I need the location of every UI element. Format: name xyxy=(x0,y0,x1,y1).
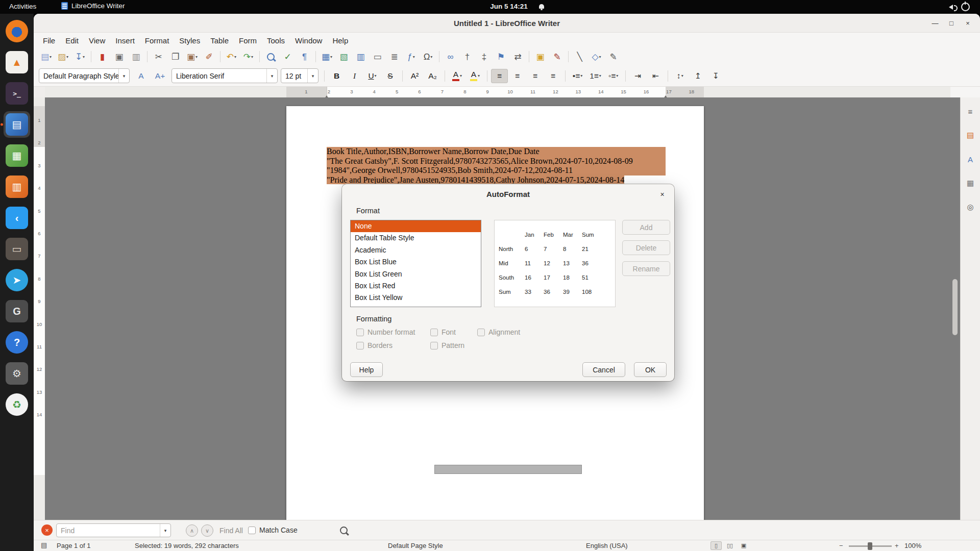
system-tray[interactable] xyxy=(946,0,970,14)
cancel-button[interactable]: Cancel xyxy=(582,362,625,377)
format-option-none[interactable]: None xyxy=(351,220,481,232)
new-style[interactable]: A+ xyxy=(152,69,168,83)
gallery-deck-icon[interactable]: ▦ xyxy=(964,177,977,190)
sidebar-settings-icon[interactable]: ≡ xyxy=(964,105,977,118)
format-option-box-list-blue[interactable]: Box List Blue xyxy=(351,256,481,268)
format-option-academic[interactable]: Academic xyxy=(351,244,481,256)
draw-functions[interactable]: ✎ xyxy=(605,49,622,64)
font-size-combo[interactable]: 12 pt ▾ xyxy=(281,68,318,83)
bookmark[interactable]: ⚑ xyxy=(493,49,509,64)
line-spacing[interactable]: ↕▾ xyxy=(672,69,689,83)
checkbox-font[interactable]: Font xyxy=(430,328,477,336)
word-count[interactable]: Selected: 19 words, 292 characters xyxy=(135,542,239,549)
dock-item-app-grid[interactable] xyxy=(4,519,30,546)
decrease-indent[interactable]: ⇤ xyxy=(647,69,664,83)
align-left[interactable]: ≡ xyxy=(491,69,508,83)
menu-insert[interactable]: Insert xyxy=(110,35,140,46)
insert-image[interactable]: ▧ xyxy=(335,49,352,64)
minimize-button[interactable]: — xyxy=(929,17,941,30)
font-color[interactable]: A▾ xyxy=(449,69,465,83)
checkbox-borders[interactable]: Borders xyxy=(356,341,430,349)
formatting-marks[interactable]: ¶ xyxy=(296,49,313,64)
dock-item-libreoffice-calc[interactable]: ▦ xyxy=(4,142,30,169)
insert-table[interactable]: ▦▾ xyxy=(318,49,335,64)
strikethrough[interactable]: S xyxy=(382,69,399,83)
close-button[interactable]: × xyxy=(962,17,974,30)
rename-button[interactable]: Rename xyxy=(622,261,670,276)
delete-button[interactable]: Delete xyxy=(622,240,670,255)
print-preview[interactable]: ▥ xyxy=(128,49,144,64)
find-close-button[interactable]: × xyxy=(41,524,53,536)
document-text[interactable]: Book Title,Author,ISBN,Borrower Name,Bor… xyxy=(327,147,666,185)
ruler-vertical[interactable]: 1234567891011121314 xyxy=(34,97,45,520)
find-and-replace-icon[interactable] xyxy=(340,527,348,534)
special-character[interactable]: Ω▾ xyxy=(420,49,436,64)
scrollbar-thumb[interactable] xyxy=(952,279,958,335)
ordered-list[interactable]: 1≡▾ xyxy=(587,69,604,83)
paste[interactable]: ▣▾ xyxy=(184,49,201,64)
endnote[interactable]: ‡ xyxy=(476,49,493,64)
update-style[interactable]: A xyxy=(133,69,150,83)
paragraph-spacing-decrease[interactable]: ↧ xyxy=(707,69,724,83)
spelling[interactable]: ✓ xyxy=(279,49,296,64)
insert-text-box[interactable]: ▭ xyxy=(369,49,386,64)
align-justify[interactable]: ≡ xyxy=(545,69,561,83)
dock-item-chat-app[interactable]: ➤ xyxy=(4,267,30,293)
superscript[interactable]: A² xyxy=(406,69,423,83)
cross-reference[interactable]: ⇄ xyxy=(509,49,526,64)
zoom-in-button[interactable]: + xyxy=(895,542,899,549)
chevron-down-icon[interactable]: ▾ xyxy=(307,69,318,83)
print[interactable]: ▣ xyxy=(111,49,128,64)
menu-format[interactable]: Format xyxy=(140,35,175,46)
dialog-close-button[interactable]: × xyxy=(656,188,668,200)
cut[interactable]: ✂ xyxy=(150,49,167,64)
align-center[interactable]: ≡ xyxy=(509,69,526,83)
insert-chart[interactable]: ▥ xyxy=(352,49,369,64)
page-break[interactable]: ≣ xyxy=(386,49,403,64)
zoom-out-button[interactable]: − xyxy=(839,542,843,549)
find-input[interactable] xyxy=(57,524,160,537)
zoom-slider-handle[interactable] xyxy=(868,542,872,550)
navigator-deck-icon[interactable]: ◎ xyxy=(964,201,977,214)
dock-item-firefox[interactable] xyxy=(4,18,30,44)
unordered-list[interactable]: •≡▾ xyxy=(569,69,586,83)
activities-button[interactable]: Activities xyxy=(9,3,36,10)
menu-form[interactable]: Form xyxy=(234,35,262,46)
chevron-down-icon[interactable]: ▾ xyxy=(266,69,277,83)
font-name-combo[interactable]: Liberation Serif ▾ xyxy=(172,68,278,83)
checkbox-pattern[interactable]: Pattern xyxy=(430,341,477,349)
hyperlink[interactable]: ∞ xyxy=(442,49,459,64)
dock-item-archive-manager[interactable]: ▭ xyxy=(4,236,30,262)
italic[interactable]: I xyxy=(346,69,363,83)
insert-line[interactable]: ╲ xyxy=(571,49,588,64)
copy[interactable]: ❐ xyxy=(167,49,184,64)
new-document[interactable]: ▤▾ xyxy=(38,49,55,64)
maximize-button[interactable]: □ xyxy=(945,17,958,30)
underline[interactable]: U▾ xyxy=(364,69,381,83)
text-language[interactable]: English (USA) xyxy=(586,542,628,549)
dock-item-libreoffice-impress[interactable]: ▥ xyxy=(4,173,30,200)
menu-view[interactable]: View xyxy=(84,35,110,46)
format-option-default-table-style[interactable]: Default Table Style xyxy=(351,232,481,244)
insert-comment[interactable]: ▣ xyxy=(532,49,549,64)
basic-shapes[interactable]: ◇▾ xyxy=(588,49,605,64)
format-list[interactable]: NoneDefault Table StyleAcademicBox List … xyxy=(350,220,481,307)
dock-item-gimp[interactable]: G xyxy=(4,298,30,324)
dock-item-libreoffice-writer[interactable]: ▤ xyxy=(4,111,30,138)
highlight-color[interactable]: A▾ xyxy=(467,69,483,83)
track-changes[interactable]: ✎ xyxy=(549,49,566,64)
format-option-simple-grid-columns[interactable]: Simple Grid Columns xyxy=(351,304,481,307)
menu-table[interactable]: Table xyxy=(205,35,234,46)
find-next-button[interactable]: ∨ xyxy=(201,524,213,537)
find-and-replace[interactable] xyxy=(262,49,279,64)
dock-item-vscode[interactable]: ‹ xyxy=(4,205,30,231)
undo[interactable]: ↶▾ xyxy=(223,49,240,64)
dock-item-terminal[interactable]: >_ xyxy=(4,80,30,107)
clone-formatting[interactable]: ✐ xyxy=(201,49,217,64)
view-single-page[interactable]: ▯ xyxy=(710,541,722,550)
align-right[interactable]: ≡ xyxy=(527,69,544,83)
vertical-scrollbar[interactable] xyxy=(952,101,958,517)
insert-field[interactable]: ƒ▾ xyxy=(403,49,420,64)
redo[interactable]: ↷▾ xyxy=(240,49,257,64)
paragraph-spacing-increase[interactable]: ↥ xyxy=(690,69,706,83)
